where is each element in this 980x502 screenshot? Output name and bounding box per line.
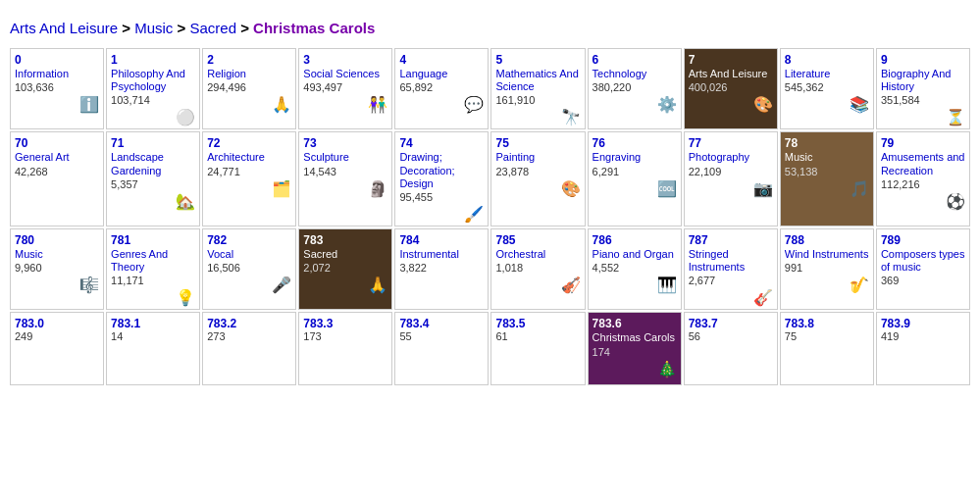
- cell-icon: 🗿: [303, 179, 387, 198]
- cell-label: Piano and Organ: [593, 248, 677, 261]
- wording-music-link[interactable]: Music: [134, 20, 173, 36]
- cell-label: Technology: [593, 68, 677, 80]
- cell-number: 75: [495, 136, 580, 150]
- cell-number: 786: [593, 233, 677, 247]
- grid-cell-2-6[interactable]: 786Piano and Organ4,552🎹: [588, 228, 682, 310]
- cell-number: 783.6: [593, 317, 677, 330]
- grid-cell-0-9[interactable]: 9Biography And History351,584⏳: [876, 48, 970, 129]
- grid-cell-1-4[interactable]: 74Drawing; Decoration; Design95,455🖌️: [394, 131, 489, 226]
- grid-cell-3-5[interactable]: 783.561: [490, 312, 585, 385]
- cell-count: 545,362: [785, 81, 869, 93]
- cell-label: Landscape Gardening: [111, 151, 195, 176]
- cell-number: 74: [399, 136, 484, 150]
- grid-cell-0-3[interactable]: 3Social Sciences493,497👫: [298, 48, 392, 129]
- cell-count: 22,109: [689, 166, 773, 177]
- cell-label: Sacred: [303, 248, 387, 261]
- grid-cell-2-4[interactable]: 784Instrumental3,822: [394, 228, 489, 310]
- cell-label: Drawing; Decoration; Design: [399, 151, 484, 190]
- cell-number: 7: [689, 53, 773, 67]
- grid-cell-1-9[interactable]: 79Amusements and Recreation112,216⚽: [876, 131, 970, 226]
- grid-cell-1-3[interactable]: 73Sculpture14,543🗿: [298, 131, 392, 226]
- grid-cell-2-8[interactable]: 788Wind Instruments991🎷: [780, 228, 874, 310]
- cell-icon: 💡: [111, 288, 195, 307]
- cell-count: 61: [495, 330, 580, 342]
- grid-cell-3-6[interactable]: 783.6Christmas Carols174🎄: [588, 312, 682, 385]
- cell-number: 780: [15, 233, 99, 247]
- grid-cell-3-8[interactable]: 783.875: [780, 312, 874, 385]
- grid-cell-1-1[interactable]: 71Landscape Gardening5,357🏡: [106, 131, 200, 226]
- grid-cell-2-1[interactable]: 781Genres And Theory11,171💡: [106, 228, 200, 310]
- grid-cell-1-2[interactable]: 72Architecture24,771🗂️: [202, 131, 296, 226]
- cell-number: 783.4: [399, 317, 484, 330]
- grid-cell-2-3[interactable]: 783Sacred2,072🙏: [298, 228, 392, 310]
- grid-cell-3-4[interactable]: 783.455: [394, 312, 489, 385]
- cell-number: 783.0: [15, 317, 99, 330]
- cell-count: 56: [689, 330, 773, 342]
- wording-arts-link[interactable]: Arts And Leisure: [10, 20, 118, 36]
- cell-icon: 📚: [785, 95, 869, 114]
- cell-number: 73: [303, 136, 387, 150]
- cell-icon: 🙏: [303, 276, 387, 294]
- grid-cell-2-5[interactable]: 785Orchestral1,018🎻: [490, 228, 585, 310]
- cell-count: 55: [399, 330, 484, 342]
- cell-label: Literature: [785, 68, 869, 80]
- cell-label: Information: [15, 68, 99, 80]
- cell-number: 781: [111, 233, 195, 247]
- cell-icon: 🎤: [207, 276, 291, 294]
- cell-icon: 🎹: [593, 276, 677, 294]
- cell-number: 785: [495, 233, 580, 247]
- wording-christmas-link[interactable]: Christmas Carols: [253, 20, 375, 36]
- grid-cell-0-5[interactable]: 5Mathematics And Science161,910🔭: [490, 48, 585, 129]
- cell-icon: 🎷: [785, 276, 869, 294]
- grid-cell-2-7[interactable]: 787Stringed Instruments2,677🎸: [684, 228, 778, 310]
- cell-count: 4,552: [593, 262, 677, 274]
- cell-number: 5: [495, 53, 580, 67]
- cell-number: 783.5: [495, 317, 580, 330]
- grid-cell-1-6[interactable]: 76Engraving6,291🆒: [588, 131, 682, 226]
- cell-count: 173: [303, 330, 387, 342]
- cell-count: 161,910: [495, 94, 580, 106]
- grid-cell-2-9[interactable]: 789Composers types of music369: [876, 228, 970, 310]
- grid-cell-3-3[interactable]: 783.3173: [298, 312, 392, 385]
- grid-cell-3-0[interactable]: 783.0249: [10, 312, 104, 385]
- cell-count: 14: [111, 330, 195, 342]
- grid-cell-0-2[interactable]: 2Religion294,496🙏: [202, 48, 296, 129]
- cell-number: 78: [785, 136, 869, 150]
- cell-number: 6: [593, 53, 677, 67]
- grid-cell-0-7[interactable]: 7Arts And Leisure400,026🎨: [684, 48, 778, 129]
- wording-sacred-link[interactable]: Sacred: [189, 20, 236, 36]
- grid-cell-1-0[interactable]: 70General Art42,268: [10, 131, 104, 226]
- grid-cell-3-1[interactable]: 783.114: [106, 312, 200, 385]
- cell-label: Amusements and Recreation: [881, 151, 965, 176]
- grid-cell-2-0[interactable]: 780Music9,960🎼: [10, 228, 104, 310]
- grid-cell-0-4[interactable]: 4Language65,892💬: [394, 48, 489, 129]
- cell-count: 294,496: [207, 81, 291, 93]
- cell-number: 2: [207, 53, 291, 67]
- cell-label: Stringed Instruments: [689, 248, 773, 274]
- cell-number: 71: [111, 136, 195, 150]
- grid-cell-3-2[interactable]: 783.2273: [202, 312, 296, 385]
- grid-cell-3-9[interactable]: 783.9419: [876, 312, 970, 385]
- cell-count: 249: [15, 330, 99, 342]
- grid-cell-0-6[interactable]: 6Technology380,220⚙️: [588, 48, 682, 129]
- grid-cell-1-5[interactable]: 75Painting23,878🎨: [490, 131, 585, 226]
- cell-count: 112,216: [881, 178, 965, 190]
- cell-count: 1,018: [495, 262, 580, 274]
- grid-cell-1-7[interactable]: 77Photography22,109📷: [684, 131, 778, 226]
- cell-icon: 📷: [689, 179, 773, 198]
- grid-cell-0-8[interactable]: 8Literature545,362📚: [780, 48, 874, 129]
- cell-number: 0: [15, 53, 99, 67]
- grid-cell-0-1[interactable]: 1Philosophy And Psychology103,714⚪: [106, 48, 200, 129]
- cell-count: 9,960: [15, 262, 99, 274]
- cell-count: 991: [785, 262, 869, 274]
- cell-count: 493,497: [303, 81, 387, 93]
- grid-cell-1-8[interactable]: 78Music53,138🎵: [780, 131, 874, 226]
- cell-label: Mathematics And Science: [495, 68, 580, 93]
- cell-number: 788: [785, 233, 869, 247]
- grid-cell-3-7[interactable]: 783.756: [684, 312, 778, 385]
- cell-number: 70: [15, 136, 99, 150]
- grid-cell-2-2[interactable]: 782Vocal16,506🎤: [202, 228, 296, 310]
- grid-cell-0-0[interactable]: 0Information103,636ℹ️: [10, 48, 104, 129]
- cell-count: 419: [881, 330, 965, 342]
- cell-number: 3: [303, 53, 387, 67]
